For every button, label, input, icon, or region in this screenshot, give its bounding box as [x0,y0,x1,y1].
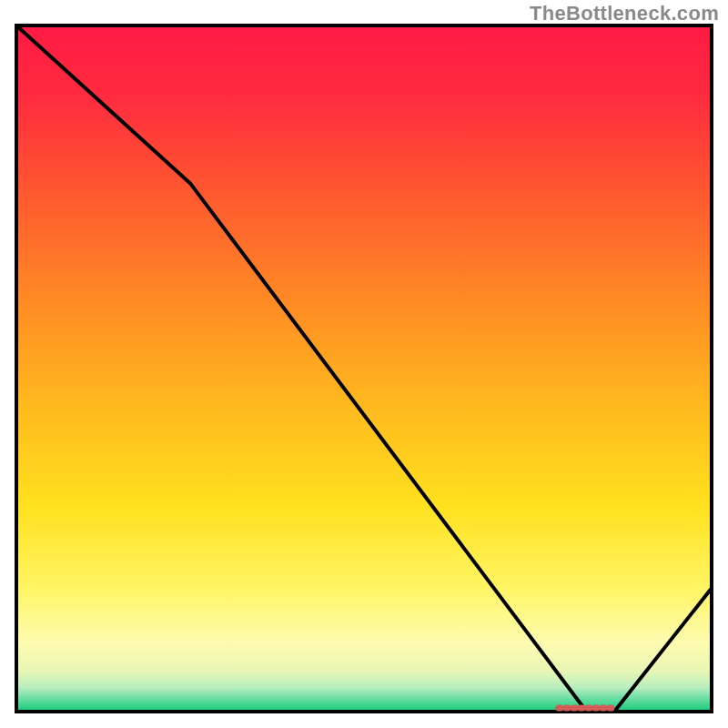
watermark-text: TheBottleneck.com [530,2,719,25]
bottleneck-chart [0,0,728,728]
plot-background [16,25,712,712]
